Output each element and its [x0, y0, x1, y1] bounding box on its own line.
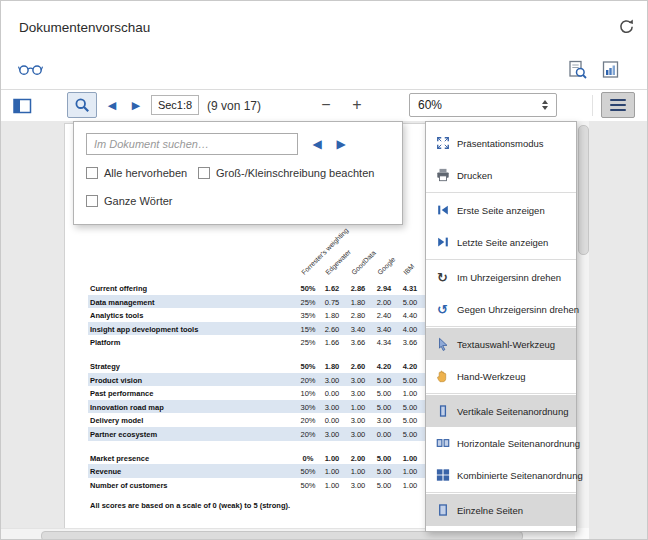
table-score-cell: 2.00 — [345, 454, 371, 463]
page-image-icon — [601, 60, 620, 79]
menu-item-kombinierte-seitenanordnung[interactable]: Kombinierte Seitenanordnung — [426, 459, 576, 491]
table-score-cell: 1.00 — [397, 481, 423, 490]
table-row: Past performance10%0.003.005.001.005.003… — [88, 386, 472, 400]
checkbox-label: Alle hervorheben — [104, 167, 187, 179]
previous-page-icon: ◀ — [108, 100, 116, 111]
menu-item-gegen-uhrzeigersinn-drehen[interactable]: ↺Gegen Uhrzeigersinn drehen — [426, 293, 576, 325]
zoom-in-button[interactable]: + — [345, 94, 369, 116]
table-score-cell: 1.00 — [397, 454, 423, 463]
next-page-icon: ▶ — [132, 100, 140, 111]
vertical-pages-icon — [435, 404, 450, 419]
vertical-scrollbar-thumb[interactable] — [578, 125, 589, 255]
table-row: Current offering50%1.622.862.944.313.822… — [88, 281, 472, 295]
table-score-cell: 1.00 — [319, 481, 345, 490]
checkbox-label: Ganze Wörter — [104, 195, 172, 207]
presentation-mode-icon — [435, 136, 450, 151]
menu-item-im-uhrzeigersinn-drehen[interactable]: ↻Im Uhrzeigersinn drehen — [426, 261, 576, 293]
table-score-cell: 1.00 — [345, 403, 371, 412]
menu-item-label: Letzte Seite anzeigen — [457, 237, 548, 248]
minus-icon: − — [321, 96, 330, 114]
table-score-cell: 0.00 — [319, 416, 345, 425]
menu-item-horizontale-seitenanordnung[interactable]: Horizontale Seitenanordnung — [426, 427, 576, 459]
table-score-cell: 2.80 — [345, 311, 371, 320]
find-previous-button[interactable]: ◀ — [307, 134, 327, 154]
table-score-cell: 0.00 — [371, 430, 397, 439]
horizontal-scrollbar-thumb[interactable] — [41, 531, 523, 540]
previous-page-button[interactable]: ◀ — [102, 96, 122, 114]
table-score-cell: 2.60 — [345, 362, 371, 371]
table-row: Innovation road map30%3.001.005.005.001.… — [88, 400, 472, 414]
search-button[interactable] — [67, 92, 97, 118]
table-row-label: Product vision — [90, 376, 142, 385]
menu-item-pr-sentationsmodus[interactable]: Präsentationsmodus — [426, 127, 576, 159]
magnify-preview-button[interactable] — [565, 57, 589, 81]
menu-item-hand-werkzeug[interactable]: Hand-Werkzeug — [426, 360, 576, 392]
search-option-gro-kleinschreibung-beachten: Groß-/Kleinschreibung beachten — [198, 167, 374, 179]
zoom-document-icon — [568, 60, 587, 79]
menu-item-erste-seite-anzeigen[interactable]: Erste Seite anzeigen — [426, 194, 576, 226]
text-select-icon — [435, 337, 450, 352]
checkbox[interactable] — [86, 167, 98, 179]
search-input[interactable] — [86, 133, 298, 155]
next-page-button[interactable]: ▶ — [126, 96, 146, 114]
menu-item-label: Im Uhrzeigersinn drehen — [457, 272, 561, 283]
table-score-cell: 5.00 — [371, 403, 397, 412]
table-score-cell: 1.00 — [319, 454, 345, 463]
table-score-cell: 2.86 — [345, 284, 371, 293]
page-number-input[interactable] — [151, 95, 199, 115]
menu-item-letzte-seite-anzeigen[interactable]: Letzte Seite anzeigen — [426, 226, 576, 258]
menu-item-label: Hand-Werkzeug — [457, 371, 525, 382]
table-row: Delivery model20%0.003.003.005.005.003.0… — [88, 413, 472, 427]
table-score-cell: 5.00 — [397, 376, 423, 385]
table-score-cell: 4.40 — [397, 311, 423, 320]
refresh-button[interactable] — [613, 13, 639, 39]
rotate-clockwise-icon: ↻ — [435, 270, 450, 285]
view-menu-button[interactable] — [601, 92, 635, 118]
last-page-icon — [435, 235, 450, 250]
table-score-cell: 2.40 — [371, 311, 397, 320]
zoom-stepper-icon — [542, 100, 548, 110]
toolbar-separator — [592, 95, 593, 116]
table-row: Revenue50%1.001.005.001.005.003.00 — [88, 464, 472, 478]
menu-divider — [426, 492, 576, 493]
menu-divider — [426, 259, 576, 260]
table-row: Number of customers50%1.003.005.001.005.… — [88, 478, 472, 492]
find-previous-icon: ◀ — [312, 138, 321, 150]
table-score-cell: 5.00 — [371, 376, 397, 385]
search-icon — [74, 97, 90, 113]
table-row-label: Platform — [90, 338, 120, 347]
table-score-cell: 1.80 — [319, 311, 345, 320]
menu-item-drucken[interactable]: Drucken — [426, 159, 576, 191]
menu-item-vertikale-seitenanordnung[interactable]: Vertikale Seitenanordnung — [426, 395, 576, 427]
single-page-icon — [435, 503, 450, 518]
table-score-cell: 3.00 — [319, 403, 345, 412]
menu-item-einzelne-seiten[interactable]: Einzelne Seiten — [426, 494, 576, 526]
table-score-cell: 3.00 — [345, 481, 371, 490]
sidebar-toggle-button[interactable] — [11, 97, 33, 115]
table-score-cell: 5.00 — [371, 454, 397, 463]
menu-item-label: Horizontale Seitenanordnung — [457, 438, 580, 449]
rotate-counterclockwise-icon: ↺ — [435, 302, 450, 317]
table-rows: Current offering50%1.622.862.944.313.822… — [88, 281, 472, 491]
table-score-cell: 1.00 — [345, 467, 371, 476]
search-option-ganze-w-rter: Ganze Wörter — [86, 195, 172, 207]
export-page-button[interactable] — [598, 57, 622, 81]
secondary-toolbar — [1, 49, 647, 90]
checkbox-label: Groß-/Kleinschreibung beachten — [216, 167, 374, 179]
zoom-out-button[interactable]: − — [314, 94, 338, 116]
page-title: Dokumentenvorschau — [19, 20, 150, 35]
table-score-cell: 4.20 — [371, 362, 397, 371]
checkbox[interactable] — [86, 195, 98, 207]
table-row: Strategy50%1.802.604.204.203.803.00 — [88, 359, 472, 373]
first-page-icon — [435, 203, 450, 218]
table-row-label: Insight app development tools — [90, 325, 198, 334]
checkbox[interactable] — [198, 167, 210, 179]
reading-mode-button[interactable] — [16, 60, 44, 78]
horizontal-pages-icon — [435, 436, 450, 451]
find-next-button[interactable]: ▶ — [331, 134, 351, 154]
hand-icon — [435, 369, 450, 384]
zoom-level-select[interactable]: 60% — [409, 93, 557, 117]
table-score-cell: 3.40 — [371, 325, 397, 334]
menu-item-textauswahl-werkzeug[interactable]: Textauswahl-Werkzeug — [426, 328, 576, 360]
table-row-label: Number of customers — [90, 481, 168, 490]
